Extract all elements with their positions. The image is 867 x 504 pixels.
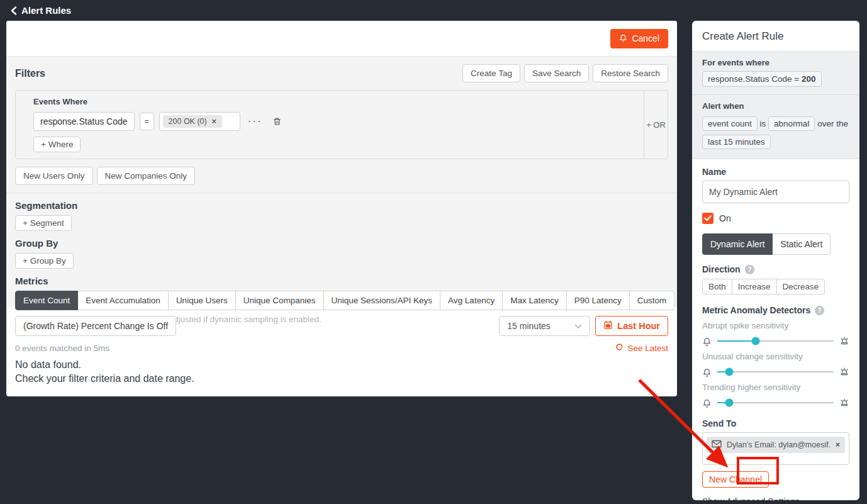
new-companies-only-button[interactable]: New Companies Only <box>97 167 196 185</box>
unusual-change-label: Unusual change sensitivity <box>702 352 849 361</box>
trending-higher-slider[interactable] <box>717 402 834 403</box>
detectors-label: Metric Anomaly Detectors <box>702 305 810 315</box>
add-where-button[interactable]: + Where <box>33 137 81 152</box>
no-data-message: No data found. Check your filter criteri… <box>15 358 668 385</box>
on-checkbox[interactable] <box>702 213 713 224</box>
restore-search-button[interactable]: Restore Search <box>593 64 668 82</box>
metric-tab-custom[interactable]: Custom <box>630 291 675 310</box>
group-by-title: Group By <box>15 238 668 249</box>
tab-static-alert[interactable]: Static Alert <box>773 233 831 255</box>
siren-icon <box>839 367 849 377</box>
back-to-alert-rules[interactable]: Alert Rules <box>10 5 71 16</box>
builder-header: Cancel <box>6 21 677 57</box>
add-segment-button[interactable]: + Segment <box>15 215 72 231</box>
new-users-only-button[interactable]: New Users Only <box>15 167 93 185</box>
bell-quiet-icon <box>702 367 712 377</box>
create-tag-button[interactable]: Create Tag <box>462 64 520 82</box>
metric-tab-unique-companies[interactable]: Unique Companies <box>236 291 324 310</box>
more-options-icon[interactable]: ··· <box>248 115 262 128</box>
metric-tab-event-accumulation[interactable]: Event Accumulation <box>78 291 169 310</box>
date-range-button[interactable]: Last Hour <box>595 316 668 336</box>
section-divider <box>6 193 677 193</box>
remove-channel-icon[interactable]: × <box>836 440 840 449</box>
abrupt-spike-slider-row <box>702 336 849 346</box>
on-label: On <box>719 213 731 223</box>
metric-tabs: Event Count Event Accumulation Unique Us… <box>15 291 674 310</box>
new-channel-button[interactable]: New Channel <box>702 471 769 488</box>
events-matched-text: 0 events matched in 5ms <box>15 344 109 353</box>
calendar-icon <box>603 320 613 332</box>
siren-icon <box>839 336 849 346</box>
channel-chip: Dylan's Email: dylan@moesif.c... × <box>707 437 845 453</box>
cancel-alert-button[interactable]: Cancel <box>610 29 668 48</box>
detectors-help-icon[interactable]: ? <box>815 306 824 315</box>
alert-metric-chip: event count <box>702 116 758 131</box>
refresh-icon <box>615 343 624 353</box>
alert-when-summary: Alert when event count is abnormal over … <box>692 95 859 159</box>
envelope-icon <box>712 440 722 450</box>
panel-title: Create Alert Rule <box>692 21 859 52</box>
unusual-change-slider[interactable] <box>717 371 834 372</box>
filter-field[interactable]: response.Status Code <box>33 112 135 131</box>
metric-tab-unique-sessions[interactable]: Unique Sessions/API Keys <box>324 291 441 310</box>
bell-quiet-icon <box>702 398 712 408</box>
direction-decrease[interactable]: Decrease <box>777 279 825 294</box>
name-label: Name <box>702 167 849 177</box>
delete-filter-icon[interactable] <box>272 116 282 126</box>
filter-operator[interactable]: = <box>140 113 154 130</box>
see-latest-button[interactable]: See Latest <box>615 343 668 353</box>
alert-name-input[interactable] <box>702 181 849 203</box>
send-to-label: Send To <box>702 418 849 428</box>
back-label: Alert Rules <box>21 5 71 16</box>
events-filter-chip: response.Status Code = 200 <box>702 71 822 87</box>
metric-tab-event-count[interactable]: Event Count <box>15 291 78 310</box>
filters-title: Filters <box>15 68 45 79</box>
filters-section: Filters Create Tag Save Search Restore S… <box>6 57 677 306</box>
events-where-panel: Events Where response.Status Code = 200 … <box>15 90 668 159</box>
metrics-title: Metrics <box>15 276 668 286</box>
send-to-container[interactable]: Dylan's Email: dylan@moesif.c... × <box>702 432 849 465</box>
metric-tab-max-latency[interactable]: Max Latency <box>503 291 567 310</box>
direction-help-icon[interactable]: ? <box>745 265 754 274</box>
segmentation-title: Segmentation <box>15 200 668 211</box>
chevron-left-icon <box>10 6 18 15</box>
filter-value-container[interactable]: 200 OK (0) × <box>159 112 240 131</box>
create-alert-rule-panel: Create Alert Rule For events where respo… <box>692 21 859 500</box>
add-group-by-button[interactable]: + Group By <box>15 253 74 269</box>
direction-both[interactable]: Both <box>702 279 732 294</box>
direction-options: Both Increase Decrease <box>702 279 825 294</box>
direction-label: Direction <box>702 264 741 274</box>
save-search-button[interactable]: Save Search <box>524 64 589 82</box>
trending-higher-label: Trending higher sensitivity <box>702 383 849 392</box>
show-advanced-settings[interactable]: Show Advanced Settings <box>702 496 849 500</box>
trending-higher-slider-row <box>702 398 849 408</box>
tab-dynamic-alert[interactable]: Dynamic Alert <box>702 233 773 255</box>
siren-icon <box>839 398 849 408</box>
metric-tab-avg-latency[interactable]: Avg Latency <box>440 291 503 310</box>
metric-tab-unique-users[interactable]: Unique Users <box>169 291 236 310</box>
abrupt-spike-slider[interactable] <box>717 340 834 342</box>
events-where-title: Events Where <box>33 97 626 106</box>
unusual-change-slider-row <box>702 367 849 377</box>
alert-type-tabs: Dynamic Alert Static Alert <box>702 233 831 255</box>
chevron-down-icon <box>574 321 582 331</box>
topbar: Alert Rules <box>0 0 867 21</box>
add-or-button[interactable]: + OR <box>644 91 668 159</box>
metric-tab-p90-latency[interactable]: P90 Latency <box>567 291 630 310</box>
growth-rate-button[interactable]: (Growth Rate) Percent Change Is Off <box>15 316 176 336</box>
abrupt-spike-label: Abrupt spike sensitivity <box>702 321 849 330</box>
direction-increase[interactable]: Increase <box>732 279 777 294</box>
bell-quiet-icon <box>702 337 712 346</box>
interval-select[interactable]: 15 minutes <box>499 316 590 336</box>
filter-value-chip[interactable]: 200 OK (0) × <box>163 115 222 128</box>
alert-builder-panel: Cancel Filters Create Tag Save Search Re… <box>6 21 677 396</box>
bell-icon <box>619 33 627 44</box>
remove-value-icon[interactable]: × <box>212 117 216 126</box>
alert-condition-chip: abnormal <box>768 116 815 131</box>
alert-window-chip: last 15 minutes <box>702 135 771 149</box>
for-events-where-summary: For events where response.Status Code = … <box>692 52 859 95</box>
results-section: (Growth Rate) Percent Change Is Off 15 m… <box>6 306 677 395</box>
